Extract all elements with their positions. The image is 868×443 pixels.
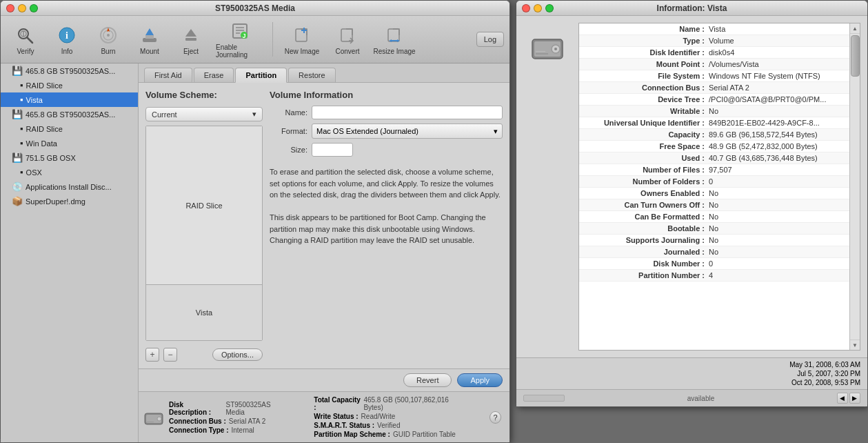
info-row-label-12: Number of Files : (585, 166, 709, 174)
info-scrollbar[interactable]: ▲ ▼ (849, 23, 860, 350)
scroll-down[interactable]: ▼ (850, 339, 860, 350)
size-input[interactable] (312, 143, 353, 157)
burn-label: Burn (101, 48, 115, 55)
tab-restore[interactable]: Restore (288, 68, 336, 82)
volume-vista[interactable]: Vista (146, 285, 262, 340)
sidebar-item-raid-slice-2[interactable]: ▪ RAID Slice (1, 121, 138, 136)
info-minimize-button[interactable] (534, 4, 542, 12)
info-row-7: Writable :No (579, 106, 849, 117)
svg-line-1 (27, 37, 32, 43)
status-row-type: Connection Type : Internal (169, 426, 286, 434)
scroll-thumb[interactable] (851, 35, 860, 77)
revert-button[interactable]: Revert (403, 373, 452, 387)
remove-volume-button[interactable]: − (163, 348, 177, 362)
info-row-label-3: Mount Point : (585, 60, 709, 68)
name-input[interactable] (312, 106, 503, 119)
tab-first-aid[interactable]: First Aid (144, 68, 192, 82)
volume-controls: + − Options... (145, 348, 263, 362)
scroll-right-button[interactable]: ▶ (849, 393, 860, 404)
add-volume-button[interactable]: + (145, 348, 159, 362)
new-image-button[interactable]: New Image (279, 21, 325, 58)
form-row-format: Format: Mac OS Extended (Journaled) ▾ (270, 124, 503, 139)
info-row-value-6: /PCI0@0/SATA@B/PRT0@0/PM... (709, 95, 844, 104)
sidebar-item-disk2[interactable]: 💾 465.8 GB ST9500325AS... (1, 107, 138, 121)
main-window-title: ST9500325AS Media (215, 3, 295, 13)
sidebar-item-win-data[interactable]: ▪ Win Data (1, 136, 138, 150)
sidebar-item-superduper[interactable]: 📦 SuperDuper!.dmg (1, 194, 138, 208)
superduper-icon: 📦 (12, 196, 23, 206)
info-row-value-14: No (709, 189, 844, 197)
info-row-8: Universal Unique Identifier :849B201E-EB… (579, 117, 849, 129)
info-close-button[interactable] (522, 4, 530, 12)
svg-rect-31 (147, 422, 154, 422)
help-button[interactable]: ? (489, 411, 501, 424)
info-row-label-11: Used : (585, 154, 709, 162)
info-row-label-19: Journaled : (585, 248, 709, 256)
info-row-value-7: No (709, 107, 844, 115)
tab-erase[interactable]: Erase (194, 68, 234, 82)
window-controls (6, 4, 38, 12)
info-row-14: Owners Enabled :No (579, 188, 849, 199)
svg-point-8 (107, 34, 110, 37)
info-row-value-5: Serial ATA 2 (709, 83, 844, 92)
minimize-button[interactable] (18, 4, 26, 12)
new-image-label: New Image (285, 48, 320, 55)
info-button[interactable]: i Info (48, 21, 86, 58)
info-row-label-13: Number of Folders : (585, 177, 709, 186)
info-row-label-4: File System : (585, 72, 709, 80)
verify-button[interactable]: Verify (6, 21, 45, 58)
format-select[interactable]: Mac OS Extended (Journaled) ▾ (312, 124, 503, 139)
volume-raid-slice[interactable]: RAID Slice (146, 126, 262, 285)
burn-button[interactable]: Burn (89, 21, 128, 58)
info-row-4: File System :Windows NT File System (NTF… (579, 70, 849, 82)
info-row-17: Bootable :No (579, 223, 849, 235)
options-button[interactable]: Options... (212, 348, 263, 361)
info-row-16: Can Be Formatted :No (579, 211, 849, 223)
info-row-value-8: 849B201E-EB02-4429-A9CF-8... (709, 119, 844, 127)
eject-label: Eject (183, 48, 199, 55)
sidebar-item-disk1[interactable]: 💾 465.8 GB ST9500325AS... (1, 63, 138, 78)
apply-button[interactable]: Apply (457, 373, 503, 387)
status-bar: Disk Description : ST9500325AS Media Con… (139, 391, 509, 442)
vista-icon: ▪ (20, 95, 23, 105)
enable-journaling-label: Enable Journaling (216, 43, 264, 59)
log-button[interactable]: Log (476, 32, 504, 47)
sidebar-item-vista[interactable]: ▪ Vista (1, 92, 138, 107)
scroll-up[interactable]: ▲ (850, 23, 860, 34)
disk1-icon: 💾 (12, 66, 23, 76)
sidebar-item-raid-slice-1[interactable]: ▪ RAID Slice (1, 78, 138, 92)
enable-journaling-button[interactable]: J Enable Journaling (213, 19, 267, 60)
maximize-button[interactable] (30, 4, 38, 12)
new-image-icon (291, 24, 313, 46)
verify-icon (14, 24, 37, 46)
info-row-label-8: Universal Unique Identifier : (585, 119, 709, 127)
info-maximize-button[interactable] (545, 4, 554, 12)
close-button[interactable] (6, 4, 14, 12)
tab-partition[interactable]: Partition (235, 68, 287, 83)
info-bottom-bar: available ◀ ▶ (516, 389, 867, 406)
volume-info-title: Volume Information (270, 90, 503, 100)
enable-journaling-icon: J (229, 20, 251, 42)
toolbar: Verify i Info Burn (1, 16, 509, 63)
resize-image-label: Resize Image (373, 48, 415, 55)
info-row-value-12: 97,507 (709, 166, 844, 174)
volume-diagram: RAID Slice Vista (145, 126, 263, 341)
mount-button[interactable]: Mount (130, 21, 169, 58)
eject-button[interactable]: Eject (172, 21, 210, 58)
info-row-value-10: 48.9 GB (52,472,832,000 Bytes) (709, 142, 844, 150)
format-label: Format: (270, 127, 307, 135)
info-row-value-18: No (709, 236, 844, 244)
status-row-partition: Partition Map Scheme : GUID Partition Ta… (314, 431, 462, 438)
convert-button[interactable]: Convert (328, 21, 367, 58)
sidebar-item-disk3[interactable]: 💾 751.5 GB OSX (1, 150, 138, 165)
info-row-label-18: Supports Journaling : (585, 236, 709, 244)
sidebar-item-osx[interactable]: ▪ OSX (1, 165, 138, 179)
volume-scheme-dropdown[interactable]: Current ▾ (145, 107, 263, 121)
info-row-label-9: Capacity : (585, 130, 709, 139)
status-row-write: Write Status : Read/Write (314, 413, 462, 420)
info-row-label-0: Name : (585, 25, 709, 33)
svg-rect-10 (145, 35, 154, 39)
sidebar-item-app-install[interactable]: 💿 Applications Install Disc... (1, 179, 138, 194)
resize-image-button[interactable]: Resize Image (370, 21, 419, 58)
scroll-left-button[interactable]: ◀ (837, 393, 848, 404)
